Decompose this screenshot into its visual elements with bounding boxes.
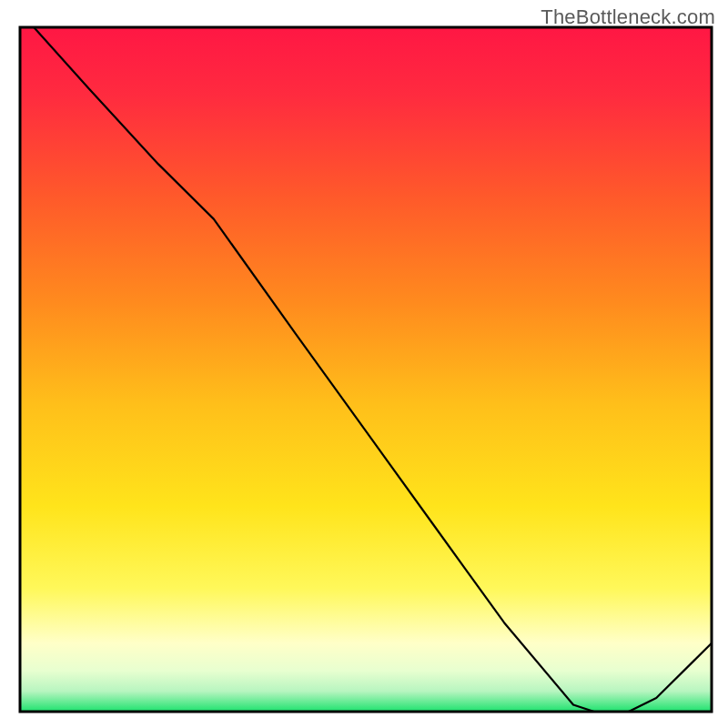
bottleneck-chart	[0, 0, 728, 728]
plot-background	[20, 27, 712, 712]
